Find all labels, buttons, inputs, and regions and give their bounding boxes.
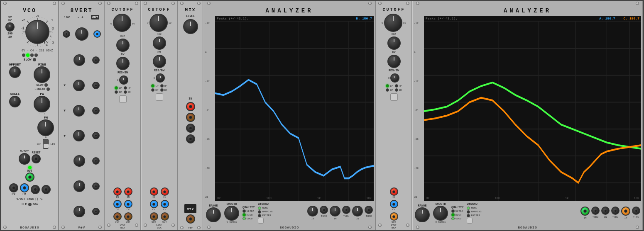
cutoff2-in2-jack[interactable] <box>161 187 169 196</box>
cutoff2-br-btn[interactable] <box>160 88 164 92</box>
analyzer2-high-btn[interactable] <box>451 213 455 216</box>
analyzer1-good-btn[interactable] <box>242 217 246 220</box>
mix-in2-jack[interactable] <box>186 113 195 122</box>
analyzer1-range-knob[interactable] <box>206 207 221 222</box>
cutoff1-freq-knob[interactable] <box>113 14 131 32</box>
analyzer1-ultra-btn[interactable] <box>242 209 246 213</box>
cutoff3-res-knob[interactable] <box>387 55 401 68</box>
vco-waveform-jack2[interactable] <box>42 185 51 194</box>
8vert-in1[interactable] <box>63 30 70 38</box>
8vert-knob6[interactable] <box>73 155 85 167</box>
vco-pw-knob[interactable] <box>34 96 50 112</box>
analyzer2-in3-jack[interactable] <box>621 207 630 216</box>
cutoff3-res-small-knob[interactable] <box>390 73 399 83</box>
cutoff1-bp-btn[interactable] <box>115 90 118 94</box>
analyzer2-smooth-knob[interactable] <box>433 206 448 221</box>
vco-pitch-knob[interactable] <box>25 20 49 44</box>
8vert-out4[interactable] <box>92 107 100 114</box>
cutoff3-br-btn[interactable] <box>395 88 398 92</box>
analyzer1-thru3-jack[interactable] <box>365 206 373 214</box>
vco-wave-sine[interactable] <box>22 53 25 57</box>
8vert-out7[interactable] <box>92 182 100 190</box>
cutoff1-in2-jack[interactable] <box>124 187 132 196</box>
vco-wave-saw[interactable] <box>26 53 29 57</box>
mix-level-knob[interactable] <box>183 19 198 34</box>
mix-in4-jack[interactable] <box>186 134 195 143</box>
cutoff3-freq-knob[interactable] <box>384 14 402 32</box>
cutoff1-cv-jack[interactable] <box>113 200 122 208</box>
analyzer2-hamming-btn[interactable] <box>467 210 470 214</box>
cutoff2-in-jack[interactable] <box>150 187 158 196</box>
cutoff1-out2-jack[interactable] <box>124 212 132 221</box>
analyzer1-in1-knob[interactable] <box>307 206 318 216</box>
mix-in3-jack[interactable] <box>186 124 195 133</box>
8vert-out5[interactable] <box>92 132 100 139</box>
analyzer2-window-extra[interactable] <box>467 218 473 224</box>
cutoff2-res-knob[interactable] <box>153 55 166 68</box>
cutoff2-bp-btn[interactable] <box>151 88 154 92</box>
cutoff2-res-small-knob[interactable] <box>156 73 165 83</box>
cutoff3-cv-knob[interactable] <box>387 36 401 50</box>
analyzer2-thru3-jack[interactable] <box>632 207 640 215</box>
8vert-knob2[interactable] <box>73 54 85 66</box>
cutoff1-in-jack[interactable] <box>113 187 122 196</box>
analyzer2-thru1-jack[interactable] <box>591 207 600 215</box>
vco-pw-jack[interactable] <box>9 183 18 192</box>
analyzer1-high-btn[interactable] <box>242 213 246 216</box>
cutoff1-extra-btn[interactable] <box>119 95 127 103</box>
cutoff3-in-jack[interactable] <box>390 187 398 196</box>
8vert-out3[interactable] <box>92 82 100 89</box>
vco-waveform-jack1[interactable] <box>31 185 40 194</box>
analyzer2-thru2-jack[interactable] <box>611 207 620 215</box>
analyzer2-kaiser-btn[interactable] <box>467 214 470 217</box>
8vert-knob1[interactable] <box>75 27 88 41</box>
analyzer2-good-btn[interactable] <box>451 217 455 220</box>
mix-out-jack[interactable] <box>186 214 195 224</box>
cutoff2-hp-btn[interactable] <box>160 84 164 88</box>
cutoff3-cv-jack[interactable] <box>390 200 398 208</box>
cutoff1-cv-knob[interactable] <box>116 39 130 52</box>
vco-scale-knob[interactable] <box>9 96 21 107</box>
cutoff2-cv-knob[interactable] <box>153 36 166 50</box>
analyzer2-in2-jack[interactable] <box>601 207 610 215</box>
8vert-out1[interactable] <box>93 30 101 38</box>
vco-fine-knob[interactable] <box>34 66 50 83</box>
analyzer2-ultra-btn[interactable] <box>451 209 455 213</box>
vco-offset-knob[interactable] <box>9 66 21 78</box>
vco-reset-jack[interactable] <box>32 154 41 163</box>
vco-fm-switch[interactable] <box>43 139 49 149</box>
cutoff2-cv-jack[interactable] <box>150 200 158 208</box>
cutoff2-cv2-jack[interactable] <box>161 200 169 208</box>
cutoff3-extra-btn[interactable] <box>390 93 398 101</box>
analyzer2-in1-jack[interactable] <box>580 207 590 216</box>
cutoff1-res-knob[interactable] <box>116 57 130 70</box>
analyzer1-in2-knob[interactable] <box>330 206 340 216</box>
cutoff3-out-jack[interactable] <box>390 212 398 221</box>
mix-in1-jack[interactable] <box>186 102 195 111</box>
cutoff3-hp-btn[interactable] <box>395 84 398 88</box>
vco-wave-tri[interactable] <box>30 53 34 57</box>
cutoff2-out2-jack[interactable] <box>161 212 169 221</box>
analyzer1-thru1-jack[interactable] <box>320 206 328 214</box>
cutoff1-lp-btn[interactable] <box>115 86 118 90</box>
analyzer1-none-btn[interactable] <box>258 207 261 210</box>
8vert-out2[interactable] <box>92 56 100 64</box>
cutoff2-extra-btn[interactable] <box>156 93 163 101</box>
8vert-knob8[interactable] <box>73 206 85 217</box>
cutoff2-out-jack[interactable] <box>150 212 158 221</box>
vco-range-knob[interactable] <box>5 22 15 32</box>
analyzer1-thru2-jack[interactable] <box>342 206 350 214</box>
vco-wave-sq[interactable] <box>34 53 38 57</box>
8vert-knob4[interactable] <box>73 105 85 117</box>
cutoff2-freq-knob[interactable] <box>149 14 168 32</box>
analyzer1-smooth-knob[interactable] <box>224 206 239 221</box>
vco-out-jack[interactable] <box>25 173 34 182</box>
vco-fm-jack[interactable] <box>20 183 29 192</box>
analyzer2-none-btn[interactable] <box>467 207 470 210</box>
8vert-out6[interactable] <box>92 157 100 165</box>
8vert-knob7[interactable] <box>73 180 85 192</box>
vco-fm-knob[interactable] <box>37 119 54 136</box>
analyzer1-window-extra[interactable] <box>258 218 264 224</box>
analyzer1-kaiser-btn[interactable] <box>258 214 261 217</box>
cutoff1-res-small-knob[interactable] <box>119 75 128 85</box>
